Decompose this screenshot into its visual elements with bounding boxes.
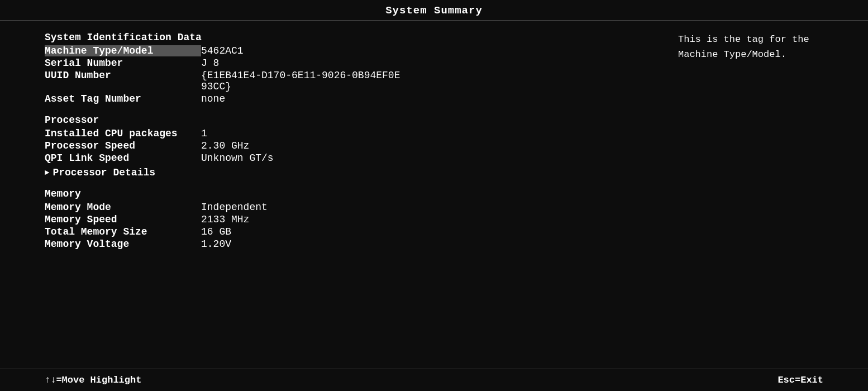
memory-mode-label: Memory Mode: [45, 202, 201, 213]
machine-type-value: 5462AC1: [201, 45, 244, 56]
memory-speed-label: Memory Speed: [45, 214, 201, 225]
title-bar: System Summary: [0, 0, 868, 21]
processor-speed-label: Processor Speed: [45, 140, 201, 151]
qpi-speed-row: QPI Link Speed Unknown GT/s: [45, 152, 645, 164]
asset-tag-row: Asset Tag Number none: [45, 93, 645, 104]
total-memory-value: 16 GB: [201, 226, 231, 237]
processor-speed-value: 2.30 GHz: [201, 140, 249, 151]
identification-header: System Identification Data: [45, 32, 645, 43]
memory-mode-row: Memory Mode Independent: [45, 202, 645, 213]
bios-screen: System Summary System Identification Dat…: [0, 0, 868, 391]
processor-details-label: Processor Details: [53, 167, 209, 178]
expand-arrow-icon: ►: [45, 168, 49, 177]
processor-speed-row: Processor Speed 2.30 GHz: [45, 140, 645, 151]
uuid-value-line1: {E1EB41E4-D170-6E11-9026-0B94EF0E: [201, 70, 400, 81]
serial-number-value: J 8: [201, 58, 219, 69]
screen-title: System Summary: [385, 4, 483, 17]
uuid-label: UUID Number: [45, 70, 201, 92]
uuid-value-block: {E1EB41E4-D170-6E11-9026-0B94EF0E 93CC}: [201, 70, 400, 92]
memory-speed-row: Memory Speed 2133 MHz: [45, 214, 645, 225]
right-panel: This is the tag for the Machine Type/Mod…: [667, 21, 868, 369]
asset-tag-label: Asset Tag Number: [45, 93, 201, 104]
processor-header: Processor: [45, 115, 645, 126]
left-panel: System Identification Data Machine Type/…: [0, 21, 667, 369]
memory-speed-value: 2133 MHz: [201, 214, 249, 225]
main-content: System Identification Data Machine Type/…: [0, 21, 868, 369]
machine-type-label: Machine Type/Model: [45, 45, 201, 56]
help-text-line2: Machine Type/Model.: [678, 49, 786, 60]
cpu-packages-value: 1: [201, 128, 207, 139]
serial-number-label: Serial Number: [45, 58, 201, 69]
total-memory-row: Total Memory Size 16 GB: [45, 226, 645, 237]
uuid-value-line2: 93CC}: [201, 81, 400, 92]
memory-voltage-row: Memory Voltage 1.20V: [45, 239, 645, 250]
cpu-packages-label: Installed CPU packages: [45, 128, 201, 139]
qpi-speed-label: QPI Link Speed: [45, 152, 201, 164]
qpi-speed-value: Unknown GT/s: [201, 152, 274, 164]
bottom-bar: ↑↓=Move Highlight Esc=Exit: [0, 369, 868, 391]
machine-type-row[interactable]: Machine Type/Model 5462AC1: [45, 45, 645, 56]
asset-tag-value: none: [201, 93, 225, 104]
memory-voltage-label: Memory Voltage: [45, 239, 201, 250]
memory-mode-value: Independent: [201, 202, 268, 213]
exit-hint: Esc=Exit: [778, 375, 823, 385]
memory-voltage-value: 1.20V: [201, 239, 231, 250]
cpu-packages-row: Installed CPU packages 1: [45, 128, 645, 139]
processor-details-row[interactable]: ► Processor Details: [45, 167, 645, 178]
memory-header: Memory: [45, 188, 645, 199]
nav-hint: ↑↓=Move Highlight: [45, 375, 141, 385]
help-text-line1: This is the tag for the: [678, 34, 809, 45]
serial-number-row: Serial Number J 8: [45, 58, 645, 69]
total-memory-label: Total Memory Size: [45, 226, 201, 237]
uuid-row: UUID Number {E1EB41E4-D170-6E11-9026-0B9…: [45, 70, 645, 92]
